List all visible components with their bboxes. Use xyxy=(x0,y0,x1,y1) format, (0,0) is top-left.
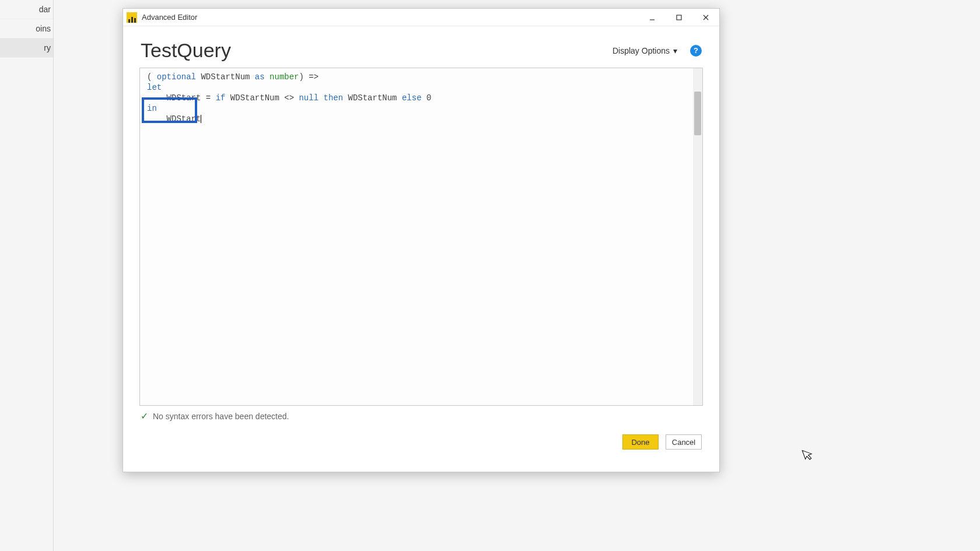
status-bar: ✓ No syntax errors have been detected. xyxy=(123,406,719,422)
queries-sidebar: dar oins ry xyxy=(0,0,54,551)
close-button[interactable] xyxy=(692,9,719,26)
scrollbar-thumb[interactable] xyxy=(694,92,701,135)
dialog-buttons: Done Cancel xyxy=(123,422,719,450)
svg-rect-1 xyxy=(677,15,681,20)
sidebar-item[interactable]: oins xyxy=(0,19,53,38)
help-icon[interactable]: ? xyxy=(690,45,702,57)
code-editor[interactable]: ( optional WDStartNum as number) => let … xyxy=(139,68,703,406)
status-message: No syntax errors have been detected. xyxy=(153,412,289,421)
maximize-button[interactable] xyxy=(666,9,692,26)
chevron-down-icon: ▾ xyxy=(673,46,677,55)
display-options-dropdown[interactable]: Display Options ▾ xyxy=(612,46,677,55)
minimize-button[interactable] xyxy=(639,9,666,26)
window-title: Advanced Editor xyxy=(142,13,197,22)
code-content[interactable]: ( optional WDStartNum as number) => let … xyxy=(140,68,702,149)
text-caret xyxy=(201,115,201,123)
sidebar-item[interactable]: dar xyxy=(0,0,53,19)
title-bar: Advanced Editor xyxy=(123,9,719,26)
done-button[interactable]: Done xyxy=(622,434,659,450)
cancel-button[interactable]: Cancel xyxy=(666,434,702,450)
check-icon: ✓ xyxy=(141,410,148,422)
display-options-label: Display Options xyxy=(612,46,670,55)
powerbi-icon xyxy=(127,12,137,23)
query-title: TestQuery xyxy=(141,39,612,62)
header: TestQuery Display Options ▾ ? xyxy=(123,26,719,68)
sidebar-item[interactable]: ry xyxy=(0,38,53,58)
advanced-editor-window: Advanced Editor TestQuery Display Option… xyxy=(123,8,720,472)
scrollbar-vertical[interactable] xyxy=(693,68,702,405)
mouse-cursor xyxy=(802,447,817,465)
